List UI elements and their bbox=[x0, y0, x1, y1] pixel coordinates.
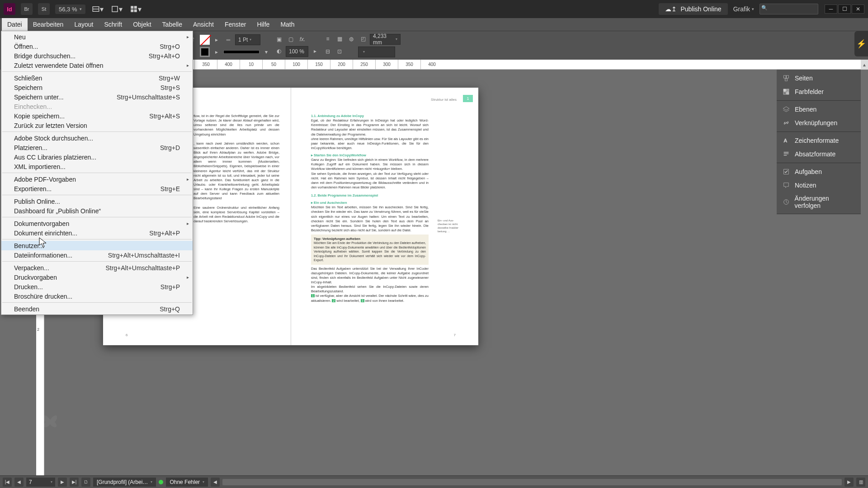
panel-seiten[interactable]: Seiten bbox=[777, 71, 861, 85]
menu-item-xml-importieren[interactable]: XML importieren... bbox=[1, 162, 193, 171]
menu-item-neu[interactable]: Neu bbox=[1, 32, 193, 42]
stroke-style-combo[interactable] bbox=[223, 50, 259, 54]
hscroll-right-button[interactable]: ▶ bbox=[844, 478, 854, 487]
menu-item-adobe-pdf-vorgaben[interactable]: Adobe PDF-Vorgaben bbox=[1, 174, 193, 184]
panel-aufgaben[interactable]: Aufgaben bbox=[777, 165, 861, 178]
stroke-swatch-icon[interactable] bbox=[200, 47, 210, 57]
scroll-up-button[interactable]: ▲ bbox=[861, 60, 868, 70]
menu-item-dokument-einrichten[interactable]: Dokument einrichten...Strg+Alt+P bbox=[1, 228, 193, 238]
arrange-docs-icon[interactable]: ▾ bbox=[129, 3, 142, 15]
menu-item-adobe-stock-durchsuchen[interactable]: Adobe Stock durchsuchen... bbox=[1, 133, 193, 143]
menu-item-zuletzt-verwendete-datei-ffnen[interactable]: Zuletzt verwendete Datei öffnen bbox=[1, 61, 193, 70]
panel-absatzformate[interactable]: Absatzformate bbox=[777, 147, 861, 161]
panel-notizen[interactable]: Notizen bbox=[777, 178, 861, 192]
preflight-status-combo[interactable]: Ohne Fehler bbox=[166, 478, 208, 487]
fx-icon[interactable]: fx. bbox=[297, 34, 307, 44]
menu-item-verpacken[interactable]: Verpacken...Strg+Alt+Umschalttaste+P bbox=[1, 263, 193, 272]
first-page-button[interactable]: |◀ bbox=[3, 478, 12, 487]
opacity-icon: ◐ bbox=[274, 46, 284, 56]
menu-layout[interactable]: Layout bbox=[69, 18, 99, 31]
text-wrap-jump-icon[interactable]: ⊟ bbox=[323, 47, 333, 56]
frame-fit-icon[interactable]: ▢ bbox=[286, 34, 296, 44]
workspace-combo[interactable]: Grafik bbox=[733, 5, 754, 13]
menu-fenster[interactable]: Fenster bbox=[219, 18, 251, 31]
fill-swatch-icon[interactable] bbox=[200, 35, 210, 45]
menu-datei[interactable]: Datei bbox=[2, 18, 28, 31]
screen-mode-icon[interactable]: ▾ bbox=[110, 3, 123, 15]
menu-item-beenden[interactable]: BeendenStrg+Q bbox=[1, 304, 193, 314]
menu-item-platzieren[interactable]: Platzieren...Strg+D bbox=[1, 143, 193, 152]
autofit-icon[interactable]: ▣ bbox=[274, 34, 284, 44]
para-4-badges: 1 ist verfügbar, aber die Ansicht ist ve… bbox=[311, 294, 429, 303]
corner-icon[interactable]: ◰ bbox=[358, 34, 368, 44]
menu-objekt[interactable]: Objekt bbox=[127, 18, 156, 31]
menu-item-dashboard-f-r-publish-online[interactable]: Dashboard für „Publish Online“ bbox=[1, 206, 193, 216]
menu-item-druckvorgaben[interactable]: Druckvorgaben bbox=[1, 272, 193, 282]
panel-label: Seiten bbox=[795, 75, 813, 82]
menu-bearbeiten[interactable]: Bearbeiten bbox=[28, 18, 69, 31]
text-wrap-object-icon[interactable]: ◍ bbox=[346, 34, 356, 44]
menu-item-label: Verpacken... bbox=[14, 264, 49, 272]
view-options-icon[interactable]: ▾ bbox=[91, 3, 104, 15]
menu-tabelle[interactable]: Tabelle bbox=[157, 18, 188, 31]
menu-item-zur-ck-zur-letzten-version[interactable]: Zurück zur letzten Version bbox=[1, 121, 193, 130]
menu-item-brosch-re-drucken[interactable]: Broschüre drucken... bbox=[1, 291, 193, 301]
text-wrap-none-icon[interactable]: ≡ bbox=[323, 34, 333, 44]
menu-item-bridge-durchsuchen[interactable]: Bridge durchsuchen...Strg+Alt+O bbox=[1, 51, 193, 61]
stroke-dropdown-icon[interactable]: ▸ bbox=[212, 47, 222, 57]
menu-item-dateiinformationen[interactable]: Dateiinformationen...Strg+Alt+Umschaltta… bbox=[1, 250, 193, 260]
page-number-field[interactable]: 7 bbox=[26, 478, 55, 487]
text-wrap-next-icon[interactable]: ⊡ bbox=[335, 47, 344, 56]
menu-item-publish-online[interactable]: Publish Online... bbox=[1, 197, 193, 206]
next-page-button[interactable]: ▶ bbox=[58, 478, 67, 487]
menu-item-speichern-unter[interactable]: Speichern unter...Strg+Umschalttaste+S bbox=[1, 92, 193, 102]
panel-verkn-pfungen[interactable]: Verknüpfungen bbox=[777, 116, 861, 130]
svg-rect-13 bbox=[787, 92, 789, 94]
menu-item-aus-cc-libraries-platzieren[interactable]: Aus CC Libraries platzieren... bbox=[1, 152, 193, 162]
quick-apply-icon[interactable]: ⚡ bbox=[854, 31, 868, 56]
menu-item-ffnen[interactable]: Öffnen...Strg+O bbox=[1, 42, 193, 51]
corner-radius-field[interactable]: 4,233 mm bbox=[370, 34, 401, 45]
menu-item-exportieren[interactable]: Exportieren...Strg+E bbox=[1, 184, 193, 193]
menu-item-dokumentvorgaben[interactable]: Dokumentvorgaben bbox=[1, 219, 193, 228]
split-view-icon[interactable]: ▥ bbox=[856, 478, 865, 487]
maximize-button[interactable]: ☐ bbox=[838, 5, 851, 14]
hscroll-left-button[interactable]: ◀ bbox=[211, 478, 220, 487]
last-page-button[interactable]: ▶| bbox=[70, 478, 79, 487]
corner-shape-combo[interactable] bbox=[358, 47, 395, 57]
menu-item-label: Schließen bbox=[14, 75, 42, 82]
menu-item-kopie-speichern[interactable]: Kopie speichern...Strg+Alt+S bbox=[1, 111, 193, 121]
zoom-level-combo[interactable]: 56,3 % bbox=[55, 5, 85, 14]
open-doc-icon[interactable]: 🗋 bbox=[81, 478, 90, 487]
menu-hilfe[interactable]: Hilfe bbox=[251, 18, 275, 31]
fill-dropdown-icon[interactable]: ▸ bbox=[212, 35, 222, 45]
stock-icon[interactable]: St bbox=[38, 3, 50, 15]
menu-schrift[interactable]: Schrift bbox=[99, 18, 127, 31]
menu-item-shortcut: Strg+S bbox=[151, 84, 180, 91]
para-2: Ganz zu Beginn: Sie befinden sich gleich… bbox=[311, 158, 429, 190]
prev-page-button[interactable]: ◀ bbox=[14, 478, 24, 487]
opacity-field[interactable]: 100 % bbox=[286, 46, 308, 57]
menu-item-drucken[interactable]: Drucken...Strg+P bbox=[1, 282, 193, 291]
menu-ansicht[interactable]: Ansicht bbox=[188, 18, 219, 31]
minimize-button[interactable]: ─ bbox=[825, 5, 837, 14]
panel-ebenen[interactable]: Ebenen bbox=[777, 103, 861, 116]
text-wrap-bound-icon[interactable]: ▦ bbox=[335, 34, 344, 44]
menu-item-schlie-en[interactable]: SchließenStrg+W bbox=[1, 73, 193, 83]
stroke-weight-field[interactable]: 1 Pt bbox=[235, 34, 260, 45]
panel--nderungen-verfolgen[interactable]: Änderungen verfolgen bbox=[777, 192, 861, 212]
publish-online-button[interactable]: ☁︎↥ Publish Online bbox=[659, 3, 727, 15]
panel-farbfelder[interactable]: Farbfelder bbox=[777, 85, 861, 99]
horizontal-scrollbar[interactable] bbox=[222, 479, 842, 485]
help-search-input[interactable] bbox=[760, 4, 818, 14]
menu-item-benutzer[interactable]: Benutzer... bbox=[1, 241, 193, 250]
bridge-icon[interactable]: Br bbox=[21, 3, 33, 15]
menu-item-speichern[interactable]: SpeichernStrg+S bbox=[1, 83, 193, 92]
preflight-status-icon bbox=[159, 480, 163, 484]
svg-rect-8 bbox=[787, 75, 789, 78]
close-button[interactable]: ✕ bbox=[852, 5, 864, 14]
panel-zeichenformate[interactable]: AZeichenformate bbox=[777, 134, 861, 147]
menu-math[interactable]: Math bbox=[275, 18, 300, 31]
preflight-profile-combo[interactable]: [Grundprofil] (Arbei… bbox=[93, 478, 156, 487]
panel-group: AZeichenformateAbsatzformate bbox=[777, 132, 861, 163]
